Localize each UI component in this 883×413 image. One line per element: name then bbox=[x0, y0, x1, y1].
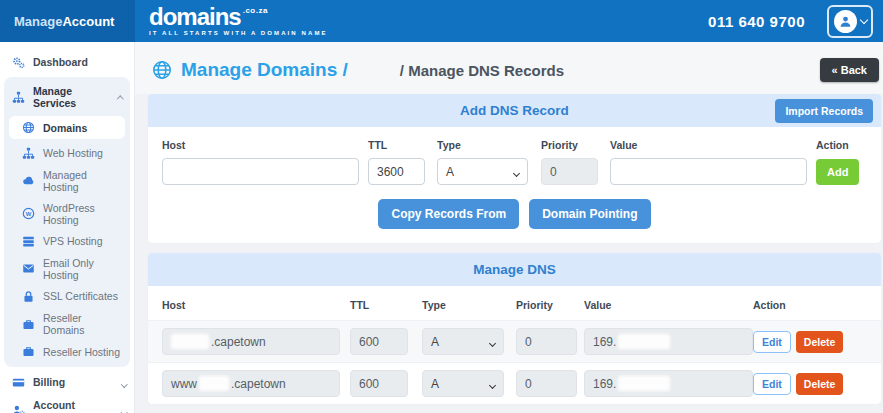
type-select[interactable]: A bbox=[437, 158, 528, 185]
import-records-button[interactable]: Import Records bbox=[775, 99, 873, 123]
edit-record-button[interactable]: Edit bbox=[753, 331, 791, 353]
chevron-down-icon bbox=[490, 377, 495, 391]
sidebar-item-label: WordPress Hosting bbox=[43, 202, 122, 226]
edit-record-button[interactable]: Edit bbox=[753, 373, 791, 395]
sidebar-item-label: Account Information bbox=[33, 399, 114, 413]
priority-input bbox=[541, 158, 598, 185]
sidebar-item-reseller-domains[interactable]: Reseller Domains bbox=[4, 308, 130, 341]
chevron-down-icon bbox=[490, 335, 495, 349]
sidebar-item-label: Domains bbox=[43, 122, 87, 134]
page-subtitle: / Manage DNS Records bbox=[400, 62, 564, 79]
delete-record-button[interactable]: Delete bbox=[796, 373, 844, 395]
record-host-field: .capetown bbox=[162, 328, 340, 355]
logo-tagline: IT ALL STARTS WITH A DOMAIN NAME bbox=[149, 30, 328, 36]
logo-tld: .co.za bbox=[243, 7, 268, 15]
record-host-suffix: .capetown bbox=[231, 377, 286, 391]
record-host-suffix: .capetown bbox=[211, 335, 266, 349]
sidebar-item-domains[interactable]: Domains bbox=[9, 116, 125, 139]
record-value-field: 169. bbox=[584, 328, 753, 355]
sidebar-item-label: Reseller Hosting bbox=[43, 346, 120, 358]
record-actions: Edit Delete bbox=[753, 373, 865, 395]
add-dns-form: Host TTL Type Priority Value Action A Ad… bbox=[148, 127, 881, 189]
logo-word: domains bbox=[149, 6, 241, 28]
sidebar-item-billing[interactable]: Billing bbox=[0, 371, 134, 394]
ttl-column-label: TTL bbox=[368, 139, 425, 151]
value-input[interactable] bbox=[610, 158, 807, 185]
brand-text-bold: Account bbox=[62, 14, 114, 29]
cloud-icon bbox=[22, 174, 35, 187]
sidebar-item-ssl-certificates[interactable]: SSL Certificates bbox=[4, 286, 130, 308]
sidebar-item-dashboard[interactable]: Dashboard bbox=[0, 51, 134, 74]
domains-logo[interactable]: domains .co.za IT ALL STARTS WITH A DOMA… bbox=[149, 6, 328, 37]
sidebar-item-email-only-hosting[interactable]: Email Only Hosting bbox=[4, 252, 130, 285]
sidebar-item-label: Reseller Domains bbox=[43, 312, 122, 336]
account-menu-button[interactable] bbox=[827, 5, 873, 38]
record-host-prefix: www bbox=[171, 377, 197, 391]
sidebar-item-web-hosting[interactable]: Web Hosting bbox=[4, 142, 130, 164]
page-header: Manage Domains / / Manage DNS Records « … bbox=[135, 42, 883, 94]
sidebar-item-managed-hosting[interactable]: Managed Hosting bbox=[4, 164, 130, 197]
sidebar-group-manage-services: Manage Services Domains Web Hosting Mana… bbox=[4, 77, 130, 367]
record-ttl-field: 600 bbox=[350, 328, 408, 355]
ttl-input[interactable] bbox=[368, 158, 425, 185]
record-ttl-field: 600 bbox=[350, 370, 408, 397]
sidebar-item-label: VPS Hosting bbox=[43, 235, 103, 247]
add-dns-record-title: Add DNS Record bbox=[460, 103, 569, 118]
manage-dns-title: Manage DNS bbox=[473, 262, 556, 277]
chevron-down-icon bbox=[514, 165, 519, 179]
type-column-label: Type bbox=[422, 299, 504, 311]
chevron-up-icon bbox=[118, 91, 123, 103]
sidebar-item-label: Web Hosting bbox=[43, 147, 103, 159]
add-dns-record-panel: Add DNS Record Import Records Host TTL T… bbox=[148, 94, 881, 243]
host-input[interactable] bbox=[162, 158, 359, 185]
copy-records-from-button[interactable]: Copy Records From bbox=[378, 199, 519, 229]
priority-column-label: Priority bbox=[516, 299, 577, 311]
envelope-icon bbox=[22, 262, 35, 275]
record-type-select: A bbox=[422, 370, 504, 397]
briefcase-icon bbox=[22, 318, 35, 331]
action-column-label: Action bbox=[816, 139, 865, 151]
avatar bbox=[834, 10, 857, 33]
svg-text:W: W bbox=[26, 211, 32, 217]
host-column-label: Host bbox=[162, 299, 340, 311]
sidebar-item-vps-hosting[interactable]: VPS Hosting bbox=[4, 230, 130, 252]
value-column-label: Value bbox=[610, 139, 807, 151]
action-column-label: Action bbox=[753, 299, 865, 311]
back-button[interactable]: « Back bbox=[820, 58, 879, 82]
add-dns-labels-row: Host TTL Type Priority Value Action bbox=[162, 139, 865, 151]
redacted-text bbox=[618, 334, 670, 349]
domain-pointing-button[interactable]: Domain Pointing bbox=[529, 199, 650, 229]
sidebar-item-wordpress-hosting[interactable]: W WordPress Hosting bbox=[4, 197, 130, 230]
sidebar-item-label: Dashboard bbox=[33, 56, 88, 68]
app-window: ManageAccount domains .co.za IT ALL STAR… bbox=[0, 0, 883, 413]
type-column-label: Type bbox=[437, 139, 528, 151]
dns-record-row: .capetown 600 A 0 169. Edit Delete bbox=[148, 320, 881, 363]
value-column-label: Value bbox=[584, 299, 753, 311]
manage-dns-header: Manage DNS bbox=[148, 253, 881, 286]
add-record-button[interactable]: Add bbox=[816, 159, 859, 185]
sidebar-item-reseller-hosting[interactable]: Reseller Hosting bbox=[4, 341, 130, 363]
server-icon bbox=[22, 235, 35, 248]
ttl-column-label: TTL bbox=[350, 299, 408, 311]
record-type-select: A bbox=[422, 328, 504, 355]
redacted-text bbox=[171, 334, 209, 349]
manage-account-logo[interactable]: ManageAccount bbox=[0, 0, 135, 42]
record-type-value: A bbox=[431, 377, 439, 391]
redacted-text bbox=[618, 376, 670, 391]
type-select-value: A bbox=[446, 165, 454, 179]
sidebar-item-label: Email Only Hosting bbox=[43, 257, 122, 281]
dns-record-row: www.capetown 600 A 0 169. Edit Delete bbox=[148, 363, 881, 404]
record-host-field: www.capetown bbox=[162, 370, 340, 397]
host-column-label: Host bbox=[162, 139, 359, 151]
sidebar-item-manage-services[interactable]: Manage Services bbox=[4, 79, 130, 115]
delete-record-button[interactable]: Delete bbox=[796, 331, 844, 353]
add-dns-record-header: Add DNS Record Import Records bbox=[148, 94, 881, 127]
sidebar-item-label: Manage Services bbox=[33, 85, 110, 109]
priority-column-label: Priority bbox=[541, 139, 598, 151]
sidebar-item-label: Managed Hosting bbox=[43, 169, 122, 193]
sidebar-item-account-information[interactable]: Account Information bbox=[0, 394, 134, 413]
top-header: ManageAccount domains .co.za IT ALL STAR… bbox=[0, 0, 883, 42]
sidebar: Dashboard Manage Services Domains Web Ho… bbox=[0, 42, 135, 413]
sidebar-item-label: SSL Certificates bbox=[43, 290, 118, 302]
sidebar-item-label: Billing bbox=[33, 376, 65, 388]
